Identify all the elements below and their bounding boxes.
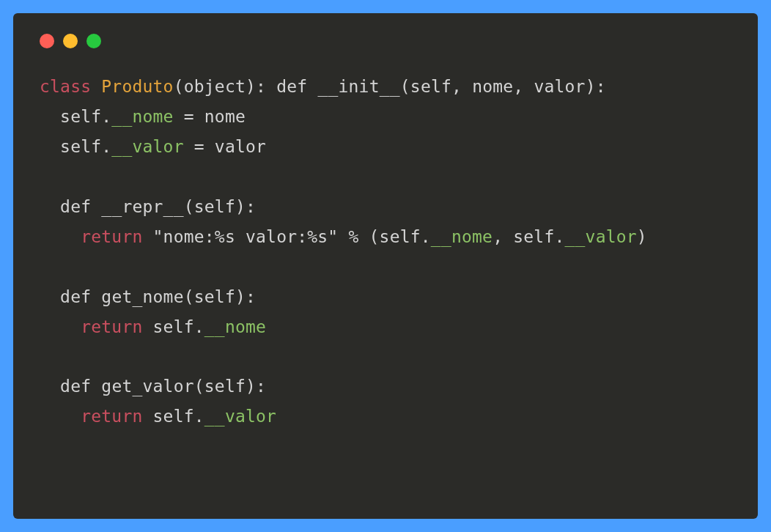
fn-get-nome: get_nome (101, 287, 183, 306)
attr-valor: __valor (565, 227, 637, 246)
minimize-icon[interactable] (63, 34, 78, 48)
keyword-def: def (60, 377, 91, 396)
code-block: class Produto(object): def __init__(self… (40, 72, 731, 432)
comma-self: , self. (493, 227, 564, 246)
indent (40, 287, 60, 306)
paren-close: ) (637, 227, 647, 246)
indent (40, 407, 81, 426)
indent (40, 197, 60, 216)
class-name: Produto (101, 77, 173, 96)
format-op: % (self. (338, 227, 430, 246)
close-icon[interactable] (40, 34, 54, 48)
paren-colon: ): (246, 77, 266, 96)
attr-nome: __nome (431, 227, 493, 246)
fn-init: __init__ (317, 77, 399, 96)
keyword-return: return (81, 317, 142, 336)
params: (self, nome, valor): (400, 77, 606, 96)
params: (self): (194, 377, 266, 396)
zoom-icon[interactable] (86, 34, 101, 48)
indent (40, 137, 60, 156)
indent (40, 377, 60, 396)
self-ref: self. (143, 317, 204, 336)
indent (40, 317, 81, 336)
keyword-return: return (81, 407, 142, 426)
params: (self): (184, 197, 256, 216)
attr-valor: __valor (204, 407, 276, 426)
indent (40, 107, 60, 126)
string-literal: "nome:%s valor:%s" (153, 227, 339, 246)
code-window: class Produto(object): def __init__(self… (13, 13, 758, 519)
attr-valor: __valor (111, 137, 183, 156)
attr-nome: __nome (204, 317, 266, 336)
window-titlebar (40, 34, 731, 48)
params: (self): (184, 287, 256, 306)
paren: ( (174, 77, 184, 96)
self-ref: self. (143, 407, 204, 426)
indent (40, 227, 81, 246)
fn-get-valor: get_valor (101, 377, 193, 396)
assign: = nome (174, 107, 246, 126)
keyword-return: return (81, 227, 142, 246)
keyword-def: def (60, 197, 91, 216)
base-class: object (184, 77, 246, 96)
keyword-def: def (276, 77, 307, 96)
attr-nome: __nome (111, 107, 173, 126)
keyword-def: def (60, 287, 91, 306)
keyword-class: class (40, 77, 91, 96)
self-ref: self. (60, 137, 111, 156)
fn-repr: __repr__ (101, 197, 183, 216)
assign: = valor (184, 137, 266, 156)
self-ref: self. (60, 107, 111, 126)
